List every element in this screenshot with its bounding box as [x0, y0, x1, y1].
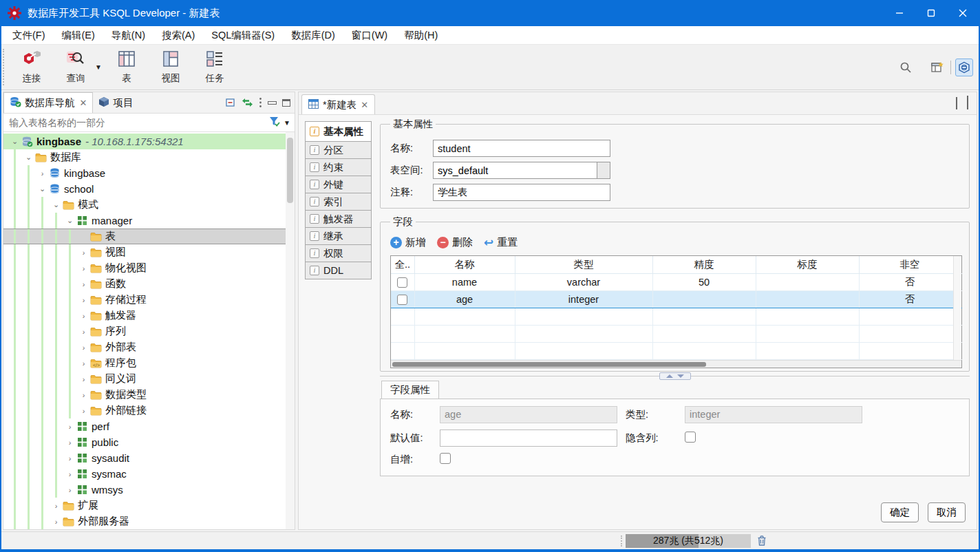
tree-item-模式[interactable]: ⌄模式 — [3, 197, 295, 213]
chevron-right-icon[interactable]: › — [64, 486, 76, 494]
tree-item-perf[interactable]: ›perf — [3, 418, 295, 434]
default-value-input[interactable] — [440, 429, 617, 447]
tablespace-picker-button[interactable] — [597, 162, 610, 179]
表-toolbar-button[interactable]: 表 — [105, 45, 149, 89]
查询-toolbar-button[interactable]: 查询 — [54, 45, 98, 89]
chevron-down-icon[interactable]: ⌄ — [50, 200, 62, 209]
property-tab-继承[interactable]: i继承 — [305, 227, 372, 245]
field-row-empty[interactable] — [391, 342, 961, 359]
hidden-column-checkbox[interactable] — [685, 432, 696, 443]
search-icon[interactable] — [897, 59, 915, 76]
row-checkbox[interactable] — [397, 277, 407, 288]
chevron-right-icon[interactable]: › — [36, 169, 48, 178]
tree-item-kingbase[interactable]: ›kingbase — [3, 165, 295, 181]
menu-item[interactable]: 搜索(A) — [153, 26, 203, 44]
field-row-name[interactable]: namevarchar50否 — [391, 273, 961, 290]
tree-scrollbar[interactable] — [286, 132, 295, 529]
minimize-button[interactable] — [884, 0, 915, 26]
chevron-right-icon[interactable]: › — [50, 502, 62, 510]
add-field-button[interactable]: + 新增 — [390, 236, 426, 249]
chevron-down-icon[interactable]: ⌄ — [9, 137, 21, 146]
delete-field-button[interactable]: − 删除 — [437, 236, 473, 249]
chevron-right-icon[interactable]: › — [64, 438, 76, 447]
cancel-button[interactable]: 取消 — [928, 502, 966, 522]
tree-item-sysmac[interactable]: ›sysmac — [3, 466, 295, 482]
tree-item-外部链接[interactable]: ›外部链接 — [3, 403, 295, 418]
row-checkbox[interactable] — [397, 295, 407, 305]
chevron-right-icon[interactable]: › — [64, 423, 76, 431]
chevron-down-icon[interactable]: ⌄ — [64, 216, 76, 225]
property-tab-索引[interactable]: i索引 — [305, 193, 372, 211]
property-tab-触发器[interactable]: i触发器 — [305, 210, 372, 228]
chevron-right-icon[interactable]: › — [78, 375, 89, 383]
property-tab-约束[interactable]: i约束 — [305, 158, 372, 176]
column-header-精度[interactable]: 精度 — [652, 256, 756, 273]
menu-item[interactable]: 帮助(H) — [396, 26, 446, 44]
property-tab-基本属性[interactable]: i基本属性 — [305, 121, 372, 142]
editor-tab-new-table[interactable]: *新建表 ✕ — [301, 94, 375, 114]
tree-item-public[interactable]: ›public — [3, 434, 295, 450]
chevron-right-icon[interactable]: › — [78, 359, 89, 368]
chevron-right-icon[interactable]: › — [78, 280, 89, 288]
视图-toolbar-button[interactable]: 视图 — [149, 45, 193, 89]
column-header-全..[interactable]: 全.. — [391, 256, 414, 273]
column-header-类型[interactable]: 类型 — [515, 256, 652, 273]
table-name-input[interactable] — [433, 140, 610, 157]
panel-tab-database-navigator[interactable]: 数据库导航✕ — [3, 92, 93, 113]
tree-item-同义词[interactable]: ›同义词 — [3, 371, 295, 387]
fields-table-vscrollbar[interactable] — [953, 256, 961, 360]
field-props-tab[interactable]: 字段属性 — [381, 381, 439, 399]
open-perspective-icon[interactable] — [928, 59, 946, 76]
filter-icon[interactable] — [269, 116, 281, 129]
tree-item-外部服务器[interactable]: ›外部服务器 — [3, 513, 295, 529]
editor-tab-close-icon[interactable]: ✕ — [361, 100, 368, 110]
column-header-名称[interactable]: 名称 — [414, 256, 515, 273]
column-header-标度[interactable]: 标度 — [756, 256, 859, 273]
link-with-editor-icon[interactable] — [242, 98, 253, 107]
menu-item[interactable]: 窗口(W) — [343, 26, 396, 44]
tree-item-序列[interactable]: ›序列 — [3, 323, 295, 339]
sash-collapse-handle[interactable] — [659, 372, 691, 380]
ok-button[interactable]: 确定 — [881, 502, 919, 522]
tree-item-扩展[interactable]: ›扩展 — [3, 498, 295, 513]
tree-item-物化视图[interactable]: ›物化视图 — [3, 260, 295, 276]
chevron-right-icon[interactable]: › — [78, 407, 89, 415]
menu-item[interactable]: 导航(N) — [103, 26, 153, 44]
menu-item[interactable]: 编辑(E) — [54, 26, 103, 44]
chevron-right-icon[interactable]: › — [50, 518, 62, 526]
property-tab-外键[interactable]: i外键 — [305, 176, 372, 193]
field-row-empty[interactable] — [391, 325, 961, 342]
field-row-age[interactable]: ageinteger否 — [391, 290, 961, 308]
panel-tab-project[interactable]: 项目 — [93, 92, 138, 113]
table-comment-input[interactable] — [433, 184, 610, 201]
tree-item-manager[interactable]: ⌄manager — [3, 213, 295, 229]
chevron-down-icon[interactable]: ⌄ — [36, 184, 48, 193]
maximize-button[interactable] — [915, 0, 947, 26]
property-tab-权限[interactable]: i权限 — [305, 244, 372, 262]
autoincrement-checkbox[interactable] — [440, 453, 451, 464]
tree-item-视图[interactable]: ›视图 — [3, 244, 295, 260]
close-button[interactable] — [947, 0, 979, 26]
tab-close-icon[interactable]: ✕ — [80, 98, 87, 108]
chevron-right-icon[interactable]: › — [78, 312, 89, 320]
tree-item-sysaudit[interactable]: ›sysaudit — [3, 450, 295, 466]
maximize-editor-icon[interactable] — [967, 98, 968, 109]
property-tab-DDL[interactable]: iDDL — [305, 262, 372, 279]
reset-fields-button[interactable]: ↪ 重置 — [484, 235, 518, 250]
perspective-database-icon[interactable] — [955, 59, 973, 76]
tree-item-表[interactable]: 表 — [3, 229, 295, 244]
chevron-right-icon[interactable]: › — [78, 328, 89, 336]
fields-table-hscrollbar[interactable] — [391, 360, 961, 368]
property-tab-分区[interactable]: i分区 — [305, 141, 372, 159]
view-menu-icon[interactable] — [259, 97, 262, 108]
tree-item-kingbase[interactable]: ⌄kingbase - 10.168.1.175:54321 — [3, 134, 295, 149]
query-dropdown-icon[interactable]: ▼ — [92, 45, 105, 89]
menu-item[interactable]: SQL编辑器(S) — [203, 26, 283, 44]
minimize-editor-icon[interactable] — [956, 98, 957, 109]
minimize-panel-icon[interactable] — [268, 101, 277, 105]
tree-item-数据类型[interactable]: ›数据类型 — [3, 387, 295, 403]
tree-item-函数[interactable]: ›函数 — [3, 276, 295, 292]
连接-toolbar-button[interactable]: 连接 — [10, 45, 54, 89]
table-filter-input[interactable] — [3, 114, 269, 131]
garbage-collect-icon[interactable] — [756, 535, 767, 546]
